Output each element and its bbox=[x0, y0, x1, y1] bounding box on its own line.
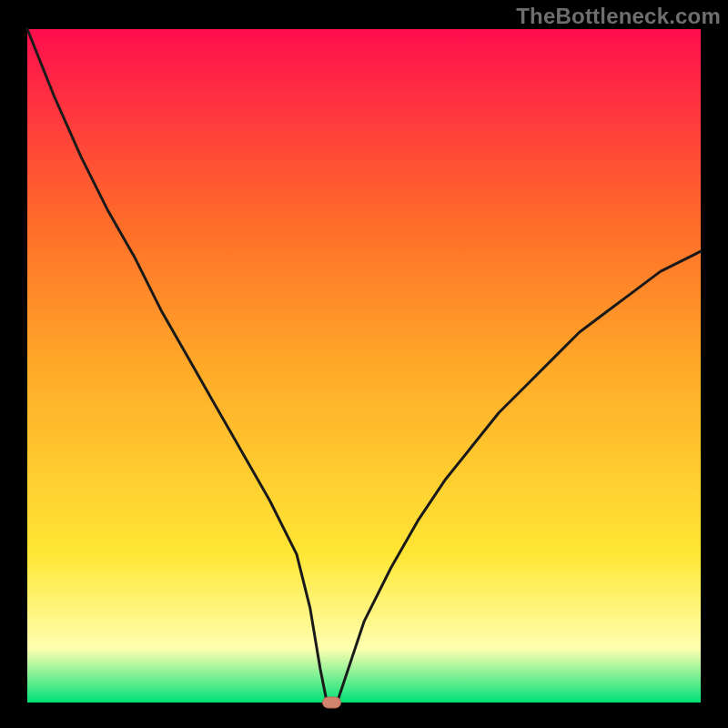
plot-background bbox=[27, 29, 701, 703]
minimum-marker bbox=[322, 697, 340, 708]
chart-frame: TheBottleneck.com bbox=[0, 0, 728, 728]
bottleneck-chart bbox=[0, 0, 728, 728]
